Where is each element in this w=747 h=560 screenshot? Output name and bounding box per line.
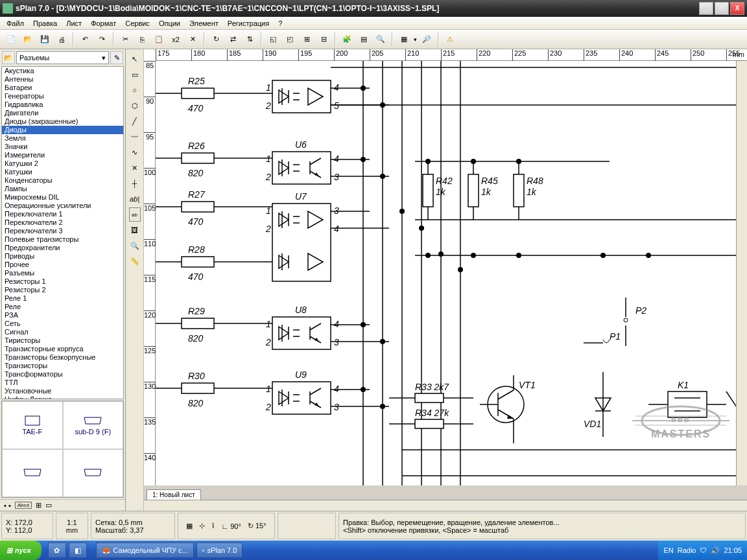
library-item[interactable]: Лампы: [2, 185, 123, 193]
library-list[interactable]: АкустикаАнтенныБатареиГенераторыГидравли…: [1, 66, 124, 399]
component-icon[interactable]: 🧩: [340, 32, 354, 47]
snap-toggle-icon[interactable]: ⊹: [199, 522, 205, 530]
menu-element[interactable]: Элемент: [185, 18, 222, 29]
library-item[interactable]: Реле: [2, 303, 123, 311]
mirror-h-icon[interactable]: ⇄: [226, 32, 240, 47]
mirror-v-icon[interactable]: ⇅: [243, 32, 257, 47]
library-item[interactable]: Полевые транзисторы: [2, 235, 123, 244]
copy-icon[interactable]: ⎘: [135, 32, 149, 47]
lib-tool-icon[interactable]: ▭: [45, 501, 52, 509]
ungroup-icon[interactable]: ⊟: [316, 32, 331, 47]
save-icon[interactable]: 💾: [38, 32, 52, 47]
library-item[interactable]: Земля: [2, 134, 123, 143]
front-icon[interactable]: ◱: [266, 32, 280, 47]
menu-file[interactable]: Файл: [3, 18, 28, 29]
library-item[interactable]: Батареи: [2, 84, 123, 92]
tray-clock[interactable]: 21:05: [724, 546, 742, 554]
duplicate-icon[interactable]: x2: [169, 32, 183, 47]
start-button[interactable]: ⊞пуск: [0, 541, 42, 560]
library-item[interactable]: ТТЛ: [2, 379, 123, 387]
image-tool-icon[interactable]: 🖼: [128, 223, 142, 237]
component-tae-f[interactable]: TAE-F: [2, 401, 63, 449]
menu-help[interactable]: ?: [274, 18, 286, 29]
tray-radio[interactable]: Radio: [678, 546, 696, 554]
rect-tool-icon[interactable]: ▭: [128, 67, 142, 82]
library-item[interactable]: Установочные: [2, 387, 123, 395]
grid-icon[interactable]: ▦: [397, 32, 411, 47]
library-item[interactable]: Значки: [2, 143, 123, 151]
lib-tool-icon[interactable]: ⊞: [36, 501, 42, 509]
library-item[interactable]: Переключатели 3: [2, 227, 123, 235]
component-slot[interactable]: [63, 449, 124, 497]
library-item[interactable]: Переключатели 2: [2, 218, 123, 227]
find-icon[interactable]: 🔍: [374, 32, 388, 47]
redo-icon[interactable]: ↷: [95, 32, 109, 47]
library-item[interactable]: Резисторы 2: [2, 286, 123, 294]
minimize-button[interactable]: _: [699, 2, 713, 15]
library-item[interactable]: Тиристоры: [2, 336, 123, 345]
component-subd9[interactable]: sub-D 9 (F): [63, 401, 124, 449]
lib-edit-icon[interactable]: ✎: [110, 51, 123, 64]
lib-open-icon[interactable]: 📂: [2, 51, 15, 64]
node-tool-icon[interactable]: ✕: [128, 161, 142, 175]
bezier-tool-icon[interactable]: ∿: [128, 145, 142, 159]
measure-tool-icon[interactable]: 📏: [128, 254, 142, 268]
library-item[interactable]: Конденсаторы: [2, 176, 123, 185]
library-item[interactable]: Диоды (закрашенные): [2, 117, 123, 126]
library-item[interactable]: Переключатели 1: [2, 210, 123, 218]
library-item[interactable]: Реле 1: [2, 294, 123, 303]
tray-shield-icon[interactable]: 🛡: [700, 546, 707, 554]
library-item[interactable]: Цифр.: Логика: [2, 395, 123, 399]
delete-icon[interactable]: ✕: [185, 32, 200, 47]
close-button[interactable]: X: [730, 2, 744, 15]
library-item[interactable]: Генераторы: [2, 92, 123, 100]
library-item[interactable]: Катушки: [2, 168, 123, 176]
sheet-tab-1[interactable]: 1: Новый лист: [147, 489, 201, 500]
library-item[interactable]: Предохранители: [2, 244, 123, 252]
open-icon[interactable]: 📂: [21, 32, 35, 47]
horizontal-scrollbar[interactable]: [144, 500, 747, 511]
quicklaunch-icon[interactable]: ✿: [48, 542, 66, 558]
new-icon[interactable]: 📄: [4, 32, 18, 47]
schematic-canvas[interactable]: R25470R26820R27470R28470R29820R308201245…: [156, 61, 736, 485]
circle-tool-icon[interactable]: ○: [128, 83, 142, 97]
maximize-button[interactable]: □: [715, 2, 729, 15]
line-tool-icon[interactable]: ╱: [128, 114, 142, 128]
component-slot[interactable]: [2, 449, 63, 497]
library-item[interactable]: Микросхемы DIL: [2, 193, 123, 202]
poly-tool-icon[interactable]: ⬡: [128, 99, 142, 113]
vertical-scrollbar[interactable]: [736, 61, 747, 485]
library-item[interactable]: Сеть: [2, 320, 123, 328]
library-dropdown[interactable]: Разъемы ▾: [16, 51, 109, 64]
library-item[interactable]: Прочее: [2, 261, 123, 269]
zoom-icon[interactable]: 🔎: [420, 32, 434, 47]
library-item[interactable]: Измерители: [2, 151, 123, 159]
menu-edit[interactable]: Правка: [29, 18, 61, 29]
print-icon[interactable]: 🖨: [54, 32, 69, 47]
tray-volume-icon[interactable]: 🔊: [711, 546, 720, 555]
library-item[interactable]: Сигнал: [2, 328, 123, 336]
library-item[interactable]: Разъемы: [2, 269, 123, 277]
grid-toggle-icon[interactable]: ▦: [186, 522, 193, 530]
library-item[interactable]: Акустика: [2, 67, 123, 75]
undo-icon[interactable]: ↶: [78, 32, 92, 47]
library-item[interactable]: Транзисторы: [2, 362, 123, 370]
library-item[interactable]: Диоды: [2, 126, 123, 134]
library-item[interactable]: Резисторы 1: [2, 277, 123, 286]
tray-lang[interactable]: EN: [663, 546, 673, 554]
back-icon[interactable]: ◰: [283, 32, 297, 47]
paste-icon[interactable]: 📋: [152, 32, 166, 47]
rotate-icon[interactable]: ↻: [209, 32, 223, 47]
library-item[interactable]: Операционные усилители: [2, 202, 123, 210]
menu-register[interactable]: Регистрация: [224, 18, 273, 29]
menu-format[interactable]: Формат: [87, 18, 120, 29]
menu-service[interactable]: Сервис: [121, 18, 154, 29]
library-item[interactable]: Трансформаторы: [2, 370, 123, 379]
library-item[interactable]: Двигатели: [2, 109, 123, 117]
pointer-tool-icon[interactable]: ↖: [128, 52, 142, 66]
label-tool-icon[interactable]: ab: [129, 207, 141, 222]
task-splan[interactable]: ▫ sPlan 7.0: [196, 542, 243, 558]
menu-sheet[interactable]: Лист: [62, 18, 86, 29]
library-item[interactable]: Антенны: [2, 75, 123, 84]
zoom-tool-icon[interactable]: 🔍: [128, 239, 142, 253]
